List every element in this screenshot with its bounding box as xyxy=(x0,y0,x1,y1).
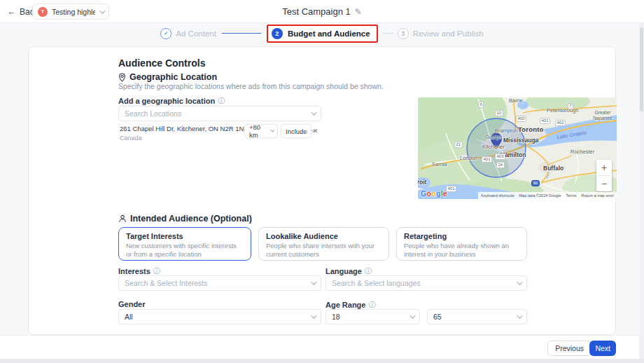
scrollbar-thumb[interactable] xyxy=(640,27,643,111)
audience-card-description: New customers with specific interests or… xyxy=(126,242,244,259)
chevron-down-icon xyxy=(311,279,316,285)
top-header: ← Back T Testing highlevel Test Campaign… xyxy=(0,0,644,23)
check-icon: ✓ xyxy=(164,30,169,36)
chevron-down-icon xyxy=(271,128,275,132)
age-range-label: Age Range ⓘ xyxy=(326,300,375,310)
geographic-location-heading: Geographic Location xyxy=(118,72,217,82)
radius-select[interactable]: +80 km xyxy=(244,124,278,138)
map-city-label: Barrie xyxy=(509,97,523,104)
interests-label: Interests ⓘ xyxy=(118,266,160,276)
step-ad-content[interactable]: ✓ Ad Content xyxy=(160,28,216,39)
map-city-label: Buffalo xyxy=(543,165,564,172)
bottom-edge xyxy=(0,359,644,363)
step-review-publish[interactable]: 3 Review and Publish xyxy=(398,28,484,39)
stepper-connector xyxy=(382,33,393,34)
chevron-down-icon xyxy=(311,109,316,115)
chevron-down-icon xyxy=(99,8,105,13)
chevron-down-icon xyxy=(410,313,415,318)
location-address: 261 Chapel Hill Dr, Kitchener, ON N2R 1N… xyxy=(120,125,244,132)
road-shield: 90 xyxy=(531,180,540,186)
report-error-link[interactable]: Report a map error xyxy=(582,193,614,198)
google-logo: Google xyxy=(421,189,447,198)
audience-card-description: People who have already shown an interes… xyxy=(404,242,519,259)
chevron-down-icon xyxy=(517,279,522,285)
road-shield: 401 xyxy=(540,118,550,124)
geographic-location-description: Specify the geographic locations where a… xyxy=(118,82,384,90)
terms-link[interactable]: Terms xyxy=(566,193,577,198)
zoom-in-button[interactable]: + xyxy=(596,160,612,175)
road-shield: 7 xyxy=(568,103,573,109)
edit-icon[interactable]: ✎ xyxy=(355,7,362,17)
intended-audience-heading: Intended Audience (Optional) xyxy=(118,214,252,224)
geo-map[interactable]: Barrie Peterborough Greater Napanee Bram… xyxy=(418,97,617,199)
audience-card-lookalike[interactable]: Lookalike Audience People who share inte… xyxy=(258,227,389,261)
step-number: 2 xyxy=(272,28,283,39)
audience-card-retargeting[interactable]: Retargeting People who have already show… xyxy=(396,227,527,261)
avatar: T xyxy=(38,7,48,17)
step-label: Budget and Audience xyxy=(288,29,370,38)
audience-controls-card: Audience Controls Geographic Location Sp… xyxy=(28,46,616,335)
footer-bar: Previous Next xyxy=(0,335,644,359)
interests-select[interactable]: Search & Select Interests xyxy=(118,275,321,291)
budget-and-audience-screen: ← Back T Testing highlevel Test Campaign… xyxy=(0,0,644,363)
road-shield: 10 xyxy=(495,110,503,116)
road-shield: 400 xyxy=(516,116,526,122)
map-city-label: London xyxy=(460,155,477,161)
page-title: Test Campaign 1 xyxy=(282,6,351,17)
map-city-label: Peterborough xyxy=(547,107,578,114)
road-shield: 6 xyxy=(478,102,484,108)
language-select[interactable]: Search & Select languages xyxy=(326,275,527,291)
road-shield: 403 xyxy=(495,153,505,160)
account-name: Testing highlevel xyxy=(52,8,95,16)
map-attribution: Keyboard shortcuts Map data ©2024 Google… xyxy=(478,192,617,199)
gender-label: Gender xyxy=(118,300,146,308)
search-locations-input[interactable]: Search Locations xyxy=(118,106,321,121)
road-shield: 401 xyxy=(555,120,566,126)
map-zoom-control: + − xyxy=(596,160,612,191)
map-city-label: Kitchener xyxy=(482,144,505,150)
age-max-select[interactable]: 65 xyxy=(427,309,527,324)
person-icon xyxy=(118,214,127,223)
map-city-label: Toronto xyxy=(518,125,544,133)
map-city-label: Brampton xyxy=(495,128,518,134)
chevron-down-icon xyxy=(517,313,522,318)
include-exclude-select[interactable]: Include xyxy=(281,124,312,138)
map-city-label: Detroit xyxy=(418,179,426,186)
previous-button[interactable]: Previous xyxy=(547,341,592,356)
search-locations-placeholder: Search Locations xyxy=(125,109,311,118)
step-number: 3 xyxy=(398,28,409,39)
chevron-down-icon xyxy=(311,313,316,318)
gender-select[interactable]: All xyxy=(118,309,321,324)
info-icon: ⓘ xyxy=(368,300,375,310)
audience-card-target-interests[interactable]: Target Interests New customers with spec… xyxy=(118,227,251,261)
info-icon: ⓘ xyxy=(365,266,372,276)
location-country: Canada xyxy=(120,135,142,142)
age-min-select[interactable]: 18 xyxy=(326,309,420,324)
audience-card-title: Lookalike Audience xyxy=(266,232,382,240)
map-city-label: Mississauga xyxy=(503,137,539,144)
audience-card-title: Retargeting xyxy=(404,232,519,240)
language-label: Language ⓘ xyxy=(326,266,372,276)
map-city-label: Guelph xyxy=(485,134,502,140)
wizard-stepper: ✓ Ad Content 2 Budget and Audience 3 Rev… xyxy=(0,23,644,43)
scrollbar-track[interactable] xyxy=(639,23,644,359)
map-city-label: Sarnia xyxy=(432,161,447,167)
audience-card-description: People who share intersets with your cur… xyxy=(266,242,382,259)
keyboard-shortcuts-link[interactable]: Keyboard shortcuts xyxy=(481,193,514,198)
map-city-label: Rochester xyxy=(570,149,594,155)
map-data-text: Map data ©2024 Google xyxy=(519,193,561,198)
step-label: Review and Publish xyxy=(413,29,484,38)
road-shield: 21 xyxy=(454,142,463,148)
close-icon[interactable]: × xyxy=(313,126,318,136)
next-button[interactable]: Next xyxy=(589,341,616,356)
stepper-connector xyxy=(222,33,261,34)
step-budget-audience-highlighted[interactable]: 2 Budget and Audience xyxy=(267,25,378,43)
info-icon: ⓘ xyxy=(218,96,225,106)
account-switcher[interactable]: T Testing highlevel xyxy=(32,4,109,20)
road-shield: 401 xyxy=(446,186,456,192)
zoom-out-button[interactable]: − xyxy=(596,176,612,191)
audience-card-title: Target Interests xyxy=(126,232,244,240)
step-label: Ad Content xyxy=(176,29,216,38)
section-title: Audience Controls xyxy=(118,57,205,69)
road-shield: 24 xyxy=(496,162,505,168)
